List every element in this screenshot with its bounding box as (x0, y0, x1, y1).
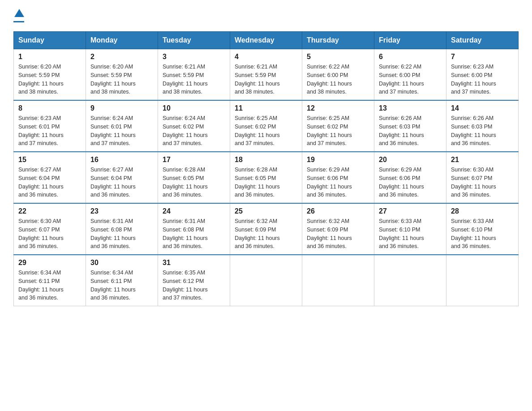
day-number: 15 (18, 156, 81, 164)
day-number: 10 (163, 104, 225, 112)
calendar-cell: 28 Sunrise: 6:33 AMSunset: 6:10 PMDaylig… (446, 203, 519, 255)
day-info: Sunrise: 6:26 AMSunset: 6:03 PMDaylight:… (451, 115, 496, 146)
week-row-2: 8 Sunrise: 6:23 AMSunset: 6:01 PMDayligh… (14, 100, 519, 152)
logo-underline (13, 21, 24, 22)
calendar-cell: 13 Sunrise: 6:26 AMSunset: 6:03 PMDaylig… (374, 100, 446, 152)
calendar-cell: 18 Sunrise: 6:28 AMSunset: 6:05 PMDaylig… (230, 152, 302, 203)
weekday-header-saturday: Saturday (446, 32, 519, 49)
day-info: Sunrise: 6:27 AMSunset: 6:04 PMDaylight:… (90, 167, 136, 198)
day-number: 9 (90, 104, 153, 112)
svg-marker-0 (14, 9, 24, 17)
calendar-cell: 25 Sunrise: 6:32 AMSunset: 6:09 PMDaylig… (230, 203, 302, 255)
page-header (13, 9, 519, 22)
weekday-header-friday: Friday (374, 32, 446, 49)
day-number: 13 (379, 104, 442, 112)
calendar-cell: 27 Sunrise: 6:33 AMSunset: 6:10 PMDaylig… (374, 203, 446, 255)
calendar-cell: 23 Sunrise: 6:31 AMSunset: 6:08 PMDaylig… (86, 203, 158, 255)
calendar-cell: 31 Sunrise: 6:35 AMSunset: 6:12 PMDaylig… (158, 255, 230, 306)
weekday-header-monday: Monday (86, 32, 158, 49)
day-info: Sunrise: 6:25 AMSunset: 6:02 PMDaylight:… (235, 115, 280, 146)
day-info: Sunrise: 6:20 AMSunset: 5:59 PMDaylight:… (90, 64, 136, 95)
calendar-cell: 29 Sunrise: 6:34 AMSunset: 6:11 PMDaylig… (14, 255, 86, 306)
day-info: Sunrise: 6:28 AMSunset: 6:05 PMDaylight:… (235, 167, 280, 198)
calendar-cell (302, 255, 374, 306)
day-number: 30 (90, 259, 153, 267)
calendar-cell: 8 Sunrise: 6:23 AMSunset: 6:01 PMDayligh… (14, 100, 86, 152)
calendar-cell: 30 Sunrise: 6:34 AMSunset: 6:11 PMDaylig… (86, 255, 158, 306)
calendar-cell: 26 Sunrise: 6:32 AMSunset: 6:09 PMDaylig… (302, 203, 374, 255)
day-info: Sunrise: 6:33 AMSunset: 6:10 PMDaylight:… (451, 218, 496, 249)
day-number: 27 (379, 207, 442, 215)
weekday-header-sunday: Sunday (14, 32, 86, 49)
calendar-cell: 15 Sunrise: 6:27 AMSunset: 6:04 PMDaylig… (14, 152, 86, 203)
day-info: Sunrise: 6:21 AMSunset: 5:59 PMDaylight:… (163, 64, 208, 95)
day-number: 20 (379, 156, 442, 164)
day-info: Sunrise: 6:35 AMSunset: 6:12 PMDaylight:… (163, 270, 208, 301)
calendar-cell (374, 255, 446, 306)
calendar-cell: 4 Sunrise: 6:21 AMSunset: 5:59 PMDayligh… (230, 49, 302, 101)
day-info: Sunrise: 6:25 AMSunset: 6:02 PMDaylight:… (307, 115, 352, 146)
day-info: Sunrise: 6:26 AMSunset: 6:03 PMDaylight:… (379, 115, 424, 146)
calendar-cell: 21 Sunrise: 6:30 AMSunset: 6:07 PMDaylig… (446, 152, 519, 203)
day-info: Sunrise: 6:29 AMSunset: 6:06 PMDaylight:… (379, 167, 424, 198)
weekday-header-thursday: Thursday (302, 32, 374, 49)
logo-triangle-icon (14, 9, 24, 17)
day-number: 14 (451, 104, 514, 112)
calendar-cell: 20 Sunrise: 6:29 AMSunset: 6:06 PMDaylig… (374, 152, 446, 203)
calendar-cell: 11 Sunrise: 6:25 AMSunset: 6:02 PMDaylig… (230, 100, 302, 152)
day-number: 24 (163, 207, 225, 215)
day-info: Sunrise: 6:23 AMSunset: 6:00 PMDaylight:… (451, 64, 496, 95)
day-info: Sunrise: 6:30 AMSunset: 6:07 PMDaylight:… (18, 218, 64, 249)
day-info: Sunrise: 6:24 AMSunset: 6:02 PMDaylight:… (163, 115, 208, 146)
calendar-cell: 10 Sunrise: 6:24 AMSunset: 6:02 PMDaylig… (158, 100, 230, 152)
logo (13, 9, 24, 22)
week-row-1: 1 Sunrise: 6:20 AMSunset: 5:59 PMDayligh… (14, 49, 519, 101)
calendar-cell: 5 Sunrise: 6:22 AMSunset: 6:00 PMDayligh… (302, 49, 374, 101)
day-number: 1 (18, 53, 81, 61)
calendar-cell (446, 255, 519, 306)
day-number: 17 (163, 156, 225, 164)
calendar-cell: 17 Sunrise: 6:28 AMSunset: 6:05 PMDaylig… (158, 152, 230, 203)
calendar-cell: 1 Sunrise: 6:20 AMSunset: 5:59 PMDayligh… (14, 49, 86, 101)
calendar-cell: 9 Sunrise: 6:24 AMSunset: 6:01 PMDayligh… (86, 100, 158, 152)
calendar-table: SundayMondayTuesdayWednesdayThursdayFrid… (13, 31, 519, 306)
week-row-4: 22 Sunrise: 6:30 AMSunset: 6:07 PMDaylig… (14, 203, 519, 255)
day-number: 21 (451, 156, 514, 164)
day-info: Sunrise: 6:31 AMSunset: 6:08 PMDaylight:… (90, 218, 136, 249)
day-number: 19 (307, 156, 369, 164)
calendar-cell: 22 Sunrise: 6:30 AMSunset: 6:07 PMDaylig… (14, 203, 86, 255)
day-info: Sunrise: 6:29 AMSunset: 6:06 PMDaylight:… (307, 167, 352, 198)
calendar-cell: 2 Sunrise: 6:20 AMSunset: 5:59 PMDayligh… (86, 49, 158, 101)
day-info: Sunrise: 6:27 AMSunset: 6:04 PMDaylight:… (18, 167, 64, 198)
calendar-cell: 7 Sunrise: 6:23 AMSunset: 6:00 PMDayligh… (446, 49, 519, 101)
calendar-cell: 19 Sunrise: 6:29 AMSunset: 6:06 PMDaylig… (302, 152, 374, 203)
day-number: 2 (90, 53, 153, 61)
calendar-cell (230, 255, 302, 306)
day-number: 22 (18, 207, 81, 215)
day-number: 11 (235, 104, 297, 112)
day-number: 31 (163, 259, 225, 267)
day-info: Sunrise: 6:34 AMSunset: 6:11 PMDaylight:… (90, 270, 136, 301)
day-info: Sunrise: 6:24 AMSunset: 6:01 PMDaylight:… (90, 115, 136, 146)
day-info: Sunrise: 6:22 AMSunset: 6:00 PMDaylight:… (307, 64, 352, 95)
day-number: 26 (307, 207, 369, 215)
calendar-cell: 14 Sunrise: 6:26 AMSunset: 6:03 PMDaylig… (446, 100, 519, 152)
weekday-header-tuesday: Tuesday (158, 32, 230, 49)
day-number: 18 (235, 156, 297, 164)
weekday-header-wednesday: Wednesday (230, 32, 302, 49)
day-number: 5 (307, 53, 369, 61)
day-info: Sunrise: 6:21 AMSunset: 5:59 PMDaylight:… (235, 64, 280, 95)
day-info: Sunrise: 6:33 AMSunset: 6:10 PMDaylight:… (379, 218, 424, 249)
day-number: 8 (18, 104, 81, 112)
week-row-5: 29 Sunrise: 6:34 AMSunset: 6:11 PMDaylig… (14, 255, 519, 306)
calendar-cell: 16 Sunrise: 6:27 AMSunset: 6:04 PMDaylig… (86, 152, 158, 203)
day-info: Sunrise: 6:32 AMSunset: 6:09 PMDaylight:… (235, 218, 280, 249)
day-number: 28 (451, 207, 514, 215)
week-row-3: 15 Sunrise: 6:27 AMSunset: 6:04 PMDaylig… (14, 152, 519, 203)
day-number: 7 (451, 53, 514, 61)
calendar-cell: 24 Sunrise: 6:31 AMSunset: 6:08 PMDaylig… (158, 203, 230, 255)
day-number: 16 (90, 156, 153, 164)
day-info: Sunrise: 6:22 AMSunset: 6:00 PMDaylight:… (379, 64, 424, 95)
day-number: 12 (307, 104, 369, 112)
calendar-cell: 6 Sunrise: 6:22 AMSunset: 6:00 PMDayligh… (374, 49, 446, 101)
